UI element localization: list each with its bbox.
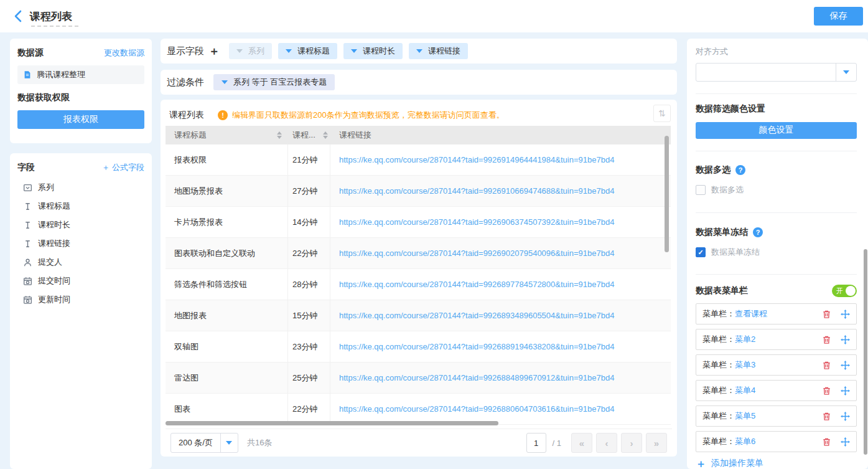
multi-select-checkbox[interactable] bbox=[696, 185, 706, 195]
display-fields-label: 显示字段 bbox=[167, 45, 204, 57]
table-notice: ! 编辑界面只取数据源前200条作为查询数据预览，完整数据请访问页面查看。 bbox=[218, 110, 505, 121]
first-page-button[interactable]: « bbox=[571, 433, 592, 453]
plus-icon: ＋ bbox=[101, 163, 112, 172]
field-list-item[interactable]: 课程链接 bbox=[17, 234, 144, 253]
panel-scrollbar[interactable] bbox=[864, 249, 867, 455]
menubar-item[interactable]: 菜单栏： 菜单3 bbox=[696, 354, 857, 376]
menubar-item[interactable]: 菜单栏： 查看课程 bbox=[696, 303, 857, 325]
display-field-tag[interactable]: 课程标题 bbox=[278, 43, 337, 59]
change-datasource-link[interactable]: 更改数据源 bbox=[104, 47, 144, 59]
column-header-duration[interactable]: 课程... bbox=[288, 130, 330, 141]
save-button[interactable]: 保存 bbox=[814, 7, 863, 26]
menu-freeze-title: 数据菜单冻结 ? bbox=[696, 227, 857, 238]
menubar-item[interactable]: 菜单栏： 菜单4 bbox=[696, 380, 857, 401]
course-duration-cell: 27分钟 bbox=[292, 186, 317, 197]
menubar-toggle[interactable]: 开 bbox=[832, 285, 857, 297]
divider bbox=[696, 274, 857, 275]
column-header-title[interactable]: 课程标题 bbox=[166, 130, 288, 141]
field-list-item[interactable]: 提交时间 bbox=[17, 272, 144, 290]
select-icon bbox=[23, 183, 32, 192]
trash-icon[interactable] bbox=[822, 437, 831, 447]
add-action-menu-link[interactable]: ＋ 添加操作菜单 bbox=[696, 458, 857, 469]
menubar-item[interactable]: 菜单栏： 菜单5 bbox=[696, 405, 857, 427]
menubar-item-link[interactable]: 菜单5 bbox=[735, 410, 755, 422]
field-list-item[interactable]: 课程时长 bbox=[17, 216, 144, 234]
field-list-item[interactable]: 更新时间 bbox=[17, 290, 144, 309]
trash-icon[interactable] bbox=[822, 310, 831, 319]
table-row[interactable]: 筛选条件和筛选按钮 28分钟 https://ke.qq.com/course/… bbox=[166, 269, 671, 300]
field-list-item[interactable]: 提交人 bbox=[17, 253, 144, 272]
filter-label: 过滤条件 bbox=[167, 77, 204, 88]
course-link[interactable]: https://ke.qq.com/course/2870144?taid=99… bbox=[339, 186, 614, 196]
course-link[interactable]: https://ke.qq.com/course/2870144?taid=99… bbox=[339, 249, 614, 258]
next-page-button[interactable]: › bbox=[621, 433, 642, 453]
menubar-item-link[interactable]: 菜单6 bbox=[735, 436, 755, 447]
course-link[interactable]: https://ke.qq.com/course/2870144?taid=99… bbox=[339, 280, 614, 289]
course-duration-cell: 23分钟 bbox=[292, 341, 317, 353]
table-row[interactable]: 雷达图 25分钟 https://ke.qq.com/course/287014… bbox=[166, 362, 671, 394]
trash-icon[interactable] bbox=[822, 386, 831, 396]
course-title-cell: 图表 bbox=[174, 404, 190, 415]
table-row[interactable]: 地图场景报表 27分钟 https://ke.qq.com/course/287… bbox=[166, 176, 671, 207]
table-horizontal-scrollbar[interactable] bbox=[166, 421, 498, 425]
menubar-item[interactable]: 菜单栏： 菜单2 bbox=[696, 329, 857, 350]
column-header-link[interactable]: 课程链接 bbox=[330, 130, 671, 141]
move-icon[interactable] bbox=[841, 361, 850, 370]
menubar-item-link[interactable]: 查看课程 bbox=[735, 308, 767, 320]
trash-icon[interactable] bbox=[822, 361, 831, 370]
course-link[interactable]: https://ke.qq.com/course/2870144?taid=99… bbox=[339, 342, 614, 351]
menubar-item-link[interactable]: 菜单4 bbox=[735, 385, 755, 396]
chevron-down-icon bbox=[220, 433, 238, 452]
course-link[interactable]: https://ke.qq.com/course/2870144?taid=99… bbox=[339, 404, 614, 414]
help-icon[interactable]: ? bbox=[735, 165, 745, 175]
menubar-item-link[interactable]: 菜单2 bbox=[735, 334, 755, 345]
menu-freeze-checkbox[interactable]: ✓ bbox=[696, 247, 706, 257]
field-list-item[interactable]: 课程标题 bbox=[17, 197, 144, 216]
align-select[interactable] bbox=[696, 63, 857, 82]
last-page-button[interactable]: » bbox=[646, 433, 667, 453]
add-display-field-button[interactable]: ＋ bbox=[208, 45, 220, 57]
field-list-item[interactable]: 系列 bbox=[17, 178, 144, 197]
table-row[interactable]: 图表 22分钟 https://ke.qq.com/course/2870144… bbox=[166, 394, 671, 425]
help-icon[interactable]: ? bbox=[753, 227, 763, 237]
move-icon[interactable] bbox=[841, 412, 850, 421]
trash-icon[interactable] bbox=[822, 335, 831, 344]
course-link[interactable]: https://ke.qq.com/course/2870144?taid=99… bbox=[339, 311, 614, 320]
prev-page-button[interactable]: ‹ bbox=[596, 433, 617, 453]
table-row[interactable]: 卡片场景报表 14分钟 https://ke.qq.com/course/287… bbox=[166, 207, 671, 238]
course-link[interactable]: https://ke.qq.com/course/2870144?taid=99… bbox=[339, 217, 614, 227]
page-of-label: / 1 bbox=[553, 438, 561, 448]
sort-order-icon[interactable]: ⇅ bbox=[653, 105, 671, 122]
table-vertical-scrollbar[interactable] bbox=[665, 136, 669, 252]
course-link[interactable]: https://ke.qq.com/course/2870144?taid=99… bbox=[339, 155, 614, 164]
move-icon[interactable] bbox=[841, 386, 850, 396]
page-size-select[interactable]: 200 条/页 bbox=[170, 433, 238, 453]
move-icon[interactable] bbox=[841, 437, 850, 447]
color-settings-button[interactable]: 颜色设置 bbox=[696, 122, 857, 139]
trash-icon[interactable] bbox=[822, 412, 831, 421]
datasource-item[interactable]: 腾讯课程整理 bbox=[17, 65, 144, 84]
sort-arrows-icon[interactable] bbox=[277, 131, 282, 139]
move-icon[interactable] bbox=[841, 310, 850, 319]
sort-arrows-icon[interactable] bbox=[323, 131, 328, 139]
menubar-item[interactable]: 菜单栏： 菜单6 bbox=[696, 431, 857, 452]
table-row[interactable]: 报表权限 21分钟 https://ke.qq.com/course/28701… bbox=[166, 144, 671, 176]
menubar-item-link[interactable]: 菜单3 bbox=[735, 359, 755, 371]
table-row[interactable]: 地图报表 15分钟 https://ke.qq.com/course/28701… bbox=[166, 300, 671, 331]
course-link[interactable]: https://ke.qq.com/course/2870144?taid=99… bbox=[339, 373, 614, 382]
table-header-row: 课程标题 课程... 课程链接 bbox=[166, 126, 671, 144]
back-icon[interactable] bbox=[11, 9, 26, 24]
display-field-tag[interactable]: 课程时长 bbox=[343, 43, 403, 59]
filter-condition-tag[interactable]: 系列 等于 百宝云报表专题 bbox=[213, 74, 335, 90]
multi-select-title: 数据多选 ? bbox=[696, 164, 857, 176]
notice-text: 编辑界面只取数据源前200条作为查询数据预览，完整数据请访问页面查看。 bbox=[232, 110, 505, 121]
report-permission-button[interactable]: 报表权限 bbox=[17, 110, 144, 129]
table-row[interactable]: 图表联动和自定义联动 22分钟 https://ke.qq.com/course… bbox=[166, 238, 671, 269]
page-number-input[interactable]: 1 bbox=[526, 433, 546, 453]
display-field-tag[interactable]: 系列 bbox=[229, 43, 272, 59]
move-icon[interactable] bbox=[841, 335, 850, 344]
table-row[interactable]: 双轴图 23分钟 https://ke.qq.com/course/287014… bbox=[166, 331, 671, 362]
display-field-tag[interactable]: 课程链接 bbox=[409, 43, 468, 59]
filter-bar: 过滤条件 系列 等于 百宝云报表专题 bbox=[161, 70, 677, 95]
add-formula-field-link[interactable]: ＋ 公式字段 bbox=[101, 162, 144, 173]
